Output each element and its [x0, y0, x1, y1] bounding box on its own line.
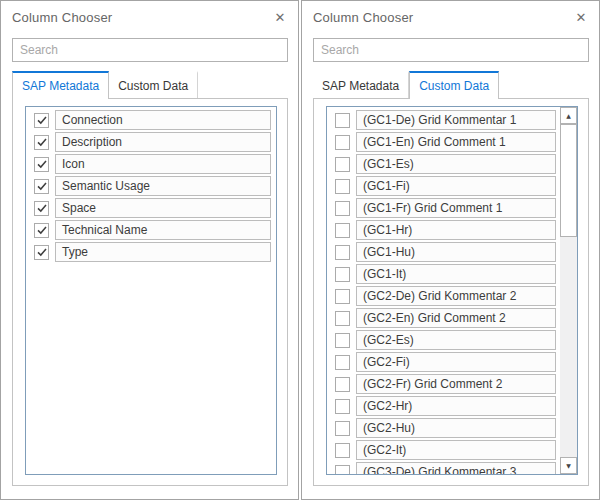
window-title: Column Chooser: [12, 10, 112, 25]
column-label[interactable]: Technical Name: [55, 220, 271, 240]
column-label[interactable]: (GC2-En) Grid Comment 2: [356, 308, 556, 328]
titlebar: Column Chooser ✕: [313, 1, 589, 32]
column-chooser-window-left: Column Chooser ✕ SAP Metadata Custom Dat…: [0, 0, 299, 500]
checkbox-unchecked[interactable]: [335, 201, 350, 216]
list-item: (GC1-Es): [335, 154, 556, 174]
checkbox-unchecked[interactable]: [335, 465, 350, 476]
checkbox-unchecked[interactable]: [335, 135, 350, 150]
list-item: Description: [34, 132, 271, 152]
column-label[interactable]: Connection: [55, 110, 271, 130]
scroll-up-button[interactable]: ▲: [560, 107, 577, 124]
list-item: (GC1-Fr) Grid Comment 1: [335, 198, 556, 218]
column-label[interactable]: (GC1-Fr) Grid Comment 1: [356, 198, 556, 218]
checkbox-checked[interactable]: [34, 157, 49, 172]
checkbox-unchecked[interactable]: [335, 245, 350, 260]
checkbox-checked[interactable]: [34, 201, 49, 216]
column-chooser-window-right: Column Chooser ✕ SAP Metadata Custom Dat…: [301, 0, 600, 500]
list-item: (GC1-Fi): [335, 176, 556, 196]
list-item: Space: [34, 198, 271, 218]
checkbox-checked[interactable]: [34, 245, 49, 260]
column-label[interactable]: (GC1-It): [356, 264, 556, 284]
column-chooser-windows: Column Chooser ✕ SAP Metadata Custom Dat…: [0, 0, 600, 500]
checkbox-checked[interactable]: [34, 113, 49, 128]
column-label[interactable]: (GC2-De) Grid Kommentar 2: [356, 286, 556, 306]
column-label[interactable]: (GC1-De) Grid Kommentar 1: [356, 110, 556, 130]
scroll-down-button[interactable]: ▼: [560, 457, 577, 474]
list-item: (GC2-En) Grid Comment 2: [335, 308, 556, 328]
tab-sap-metadata[interactable]: SAP Metadata: [313, 71, 409, 98]
column-label[interactable]: Icon: [55, 154, 271, 174]
column-label[interactable]: Semantic Usage: [55, 176, 271, 196]
checkbox-unchecked[interactable]: [335, 113, 350, 128]
scrollbar-thumb[interactable]: [560, 124, 577, 237]
list-item: (GC2-Hr): [335, 396, 556, 416]
list-item: (GC2-Es): [335, 330, 556, 350]
column-label[interactable]: (GC1-Hr): [356, 220, 556, 240]
column-label[interactable]: (GC2-Hr): [356, 396, 556, 416]
column-label[interactable]: (GC2-It): [356, 440, 556, 460]
checkbox-checked[interactable]: [34, 223, 49, 238]
column-label[interactable]: Space: [55, 198, 271, 218]
list-item: (GC1-De) Grid Kommentar 1: [335, 110, 556, 130]
tab-strip: SAP Metadata Custom Data: [12, 71, 288, 99]
list-item: (GC2-De) Grid Kommentar 2: [335, 286, 556, 306]
scrollbar[interactable]: ▲ ▼: [560, 107, 577, 474]
list-item: Semantic Usage: [34, 176, 271, 196]
column-list: ConnectionDescriptionIconSemantic UsageS…: [25, 106, 277, 475]
close-icon[interactable]: ✕: [573, 10, 589, 26]
column-label[interactable]: (GC1-En) Grid Comment 1: [356, 132, 556, 152]
column-list: (GC1-De) Grid Kommentar 1(GC1-En) Grid C…: [326, 106, 578, 475]
checkbox-checked[interactable]: [34, 179, 49, 194]
checkbox-unchecked[interactable]: [335, 421, 350, 436]
checkbox-unchecked[interactable]: [335, 267, 350, 282]
tab-custom-data[interactable]: Custom Data: [109, 71, 198, 98]
tab-content: (GC1-De) Grid Kommentar 1(GC1-En) Grid C…: [313, 99, 589, 486]
column-label[interactable]: Description: [55, 132, 271, 152]
list-item: Technical Name: [34, 220, 271, 240]
tab-sap-metadata[interactable]: SAP Metadata: [12, 71, 109, 99]
checkbox-unchecked[interactable]: [335, 333, 350, 348]
checkbox-unchecked[interactable]: [335, 179, 350, 194]
list-item: Connection: [34, 110, 271, 130]
search-input[interactable]: [12, 38, 288, 62]
column-label[interactable]: (GC1-Fi): [356, 176, 556, 196]
window-title: Column Chooser: [313, 10, 413, 25]
close-icon[interactable]: ✕: [272, 10, 288, 26]
list-item: Type: [34, 242, 271, 262]
column-label[interactable]: (GC1-Hu): [356, 242, 556, 262]
column-label[interactable]: (GC3-De) Grid Kommentar 3: [356, 462, 556, 475]
list-item: Icon: [34, 154, 271, 174]
checkbox-unchecked[interactable]: [335, 377, 350, 392]
list-item: (GC1-It): [335, 264, 556, 284]
checkbox-checked[interactable]: [34, 135, 49, 150]
list-item: (GC2-It): [335, 440, 556, 460]
tab-content: ConnectionDescriptionIconSemantic UsageS…: [12, 99, 288, 486]
list-item: (GC1-Hu): [335, 242, 556, 262]
checkbox-unchecked[interactable]: [335, 443, 350, 458]
checkbox-unchecked[interactable]: [335, 311, 350, 326]
column-label[interactable]: (GC2-Fi): [356, 352, 556, 372]
titlebar: Column Chooser ✕: [12, 1, 288, 32]
column-label[interactable]: (GC2-Hu): [356, 418, 556, 438]
checkbox-unchecked[interactable]: [335, 289, 350, 304]
column-label[interactable]: (GC2-Es): [356, 330, 556, 350]
search-input[interactable]: [313, 38, 589, 62]
tab-custom-data[interactable]: Custom Data: [409, 71, 499, 99]
list-item: (GC2-Fr) Grid Comment 2: [335, 374, 556, 394]
column-label[interactable]: (GC2-Fr) Grid Comment 2: [356, 374, 556, 394]
checkbox-unchecked[interactable]: [335, 157, 350, 172]
checkbox-unchecked[interactable]: [335, 399, 350, 414]
checkbox-unchecked[interactable]: [335, 355, 350, 370]
list-item: (GC2-Hu): [335, 418, 556, 438]
checkbox-unchecked[interactable]: [335, 223, 350, 238]
list-item: (GC1-Hr): [335, 220, 556, 240]
list-item: (GC1-En) Grid Comment 1: [335, 132, 556, 152]
scrollbar-track[interactable]: [560, 124, 577, 457]
list-item: (GC3-De) Grid Kommentar 3: [335, 462, 556, 475]
column-label[interactable]: (GC1-Es): [356, 154, 556, 174]
tab-strip: SAP Metadata Custom Data: [313, 71, 589, 99]
list-item: (GC2-Fi): [335, 352, 556, 372]
column-label[interactable]: Type: [55, 242, 271, 262]
